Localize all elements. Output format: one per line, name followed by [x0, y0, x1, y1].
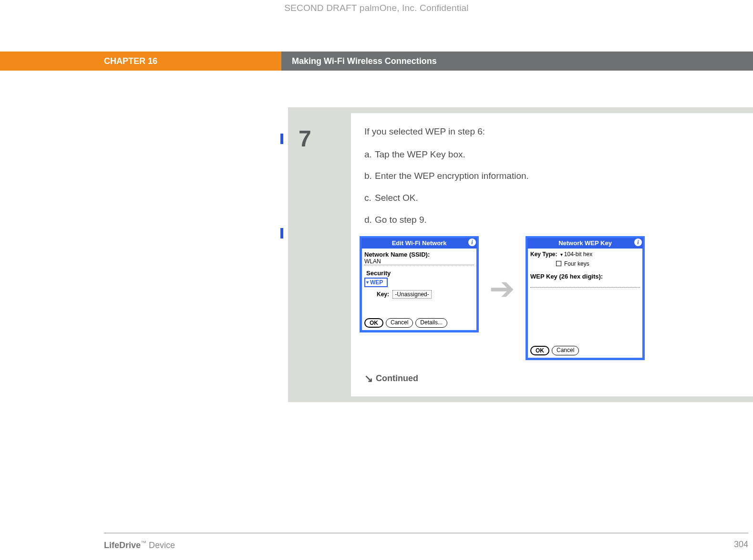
wepkey-label: WEP Key (26 hex digits):: [530, 272, 640, 281]
step-intro: If you selected WEP in step 6:: [364, 125, 740, 138]
revision-mark-icon: [280, 228, 283, 239]
palm-titlebar: Network WEP Key i: [527, 238, 643, 249]
continued-label: Continued: [376, 373, 418, 383]
ssid-input[interactable]: WLAN: [364, 259, 474, 265]
keytype-dropdown[interactable]: [559, 251, 564, 258]
step-block: 7 If you selected WEP in step 6: a.Tap t…: [288, 107, 753, 402]
chapter-label: CHAPTER 16: [104, 56, 157, 66]
palm-wep-key-window: Network WEP Key i Key Type: 104-bit hex …: [526, 236, 645, 360]
palm-title-text: Network WEP Key: [558, 239, 612, 248]
keytype-label: Key Type:: [530, 251, 557, 258]
security-dropdown[interactable]: WEP: [364, 278, 388, 287]
wepkey-input[interactable]: [530, 281, 640, 288]
footer-product-name: LifeDrive: [104, 540, 141, 550]
fourkeys-label: Four keys: [564, 260, 589, 267]
step-item-a: Tap the WEP Key box.: [375, 149, 465, 159]
palm-titlebar: Edit Wi-Fi Network i: [361, 238, 477, 249]
footer-product-rest: Device: [149, 540, 175, 550]
trademark-symbol: ™: [141, 539, 146, 546]
draft-confidential-header: SECOND DRAFT palmOne, Inc. Confidential: [0, 3, 753, 13]
continued-arrow-icon: ↘: [364, 372, 373, 386]
key-label: Key:: [377, 291, 389, 298]
ssid-label: Network Name (SSID):: [364, 250, 474, 259]
info-icon[interactable]: i: [634, 239, 642, 246]
chapter-header-bar: CHAPTER 16 Making Wi-Fi Wireless Connect…: [0, 52, 753, 71]
document-page: SECOND DRAFT palmOne, Inc. Confidential …: [0, 0, 753, 560]
page-footer: LifeDrive™ Device 304: [104, 539, 748, 550]
step-item-b: Enter the WEP encryption information.: [375, 171, 529, 181]
revision-mark-icon: [280, 134, 283, 144]
step-item-c: Select OK.: [375, 193, 418, 203]
arrow-right-icon: ➔: [489, 273, 515, 304]
info-icon[interactable]: i: [468, 239, 476, 246]
chapter-number-bar: CHAPTER 16: [0, 52, 281, 71]
cancel-button[interactable]: Cancel: [386, 318, 413, 328]
step-item-d: Go to step 9.: [375, 215, 427, 225]
cancel-button[interactable]: Cancel: [552, 346, 579, 355]
keytype-value: 104-bit hex: [564, 251, 592, 258]
security-label: Security: [366, 269, 474, 278]
fourkeys-checkbox[interactable]: [556, 261, 561, 266]
key-value-box[interactable]: -Unassigned-: [392, 290, 431, 299]
page-number: 304: [734, 539, 748, 550]
step-number: 7: [294, 113, 351, 396]
step-sublist: a.Tap the WEP Key box. b.Enter the WEP e…: [364, 148, 740, 226]
step-body: If you selected WEP in step 6: a.Tap the…: [351, 113, 753, 396]
chapter-title: Making Wi-Fi Wireless Connections: [292, 56, 437, 66]
ok-button[interactable]: OK: [364, 318, 383, 328]
footer-rule: [104, 533, 748, 533]
screenshot-row: Edit Wi-Fi Network i Network Name (SSID)…: [360, 236, 740, 360]
details-button[interactable]: Details...: [415, 318, 447, 328]
footer-product: LifeDrive™ Device: [104, 539, 175, 550]
ok-button[interactable]: OK: [530, 346, 549, 355]
continued-indicator: ↘Continued: [364, 372, 740, 386]
chapter-title-bar: Making Wi-Fi Wireless Connections: [281, 52, 753, 71]
palm-title-text: Edit Wi-Fi Network: [392, 239, 447, 248]
palm-edit-wifi-window: Edit Wi-Fi Network i Network Name (SSID)…: [360, 236, 479, 332]
